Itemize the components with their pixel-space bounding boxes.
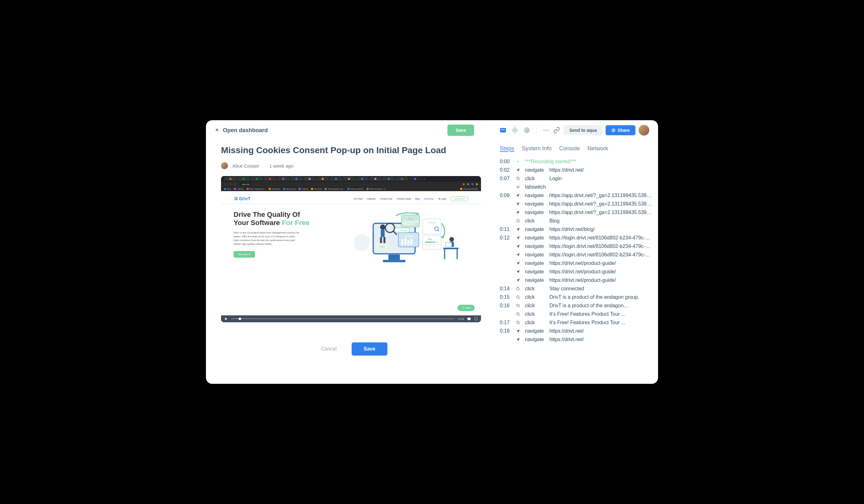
- step-row[interactable]: navigatehttps://login.drivt.net/8106d802…: [500, 252, 652, 258]
- click-icon: [516, 320, 520, 325]
- step-row[interactable]: 0:18navigatehttps://drivt.net/: [500, 328, 652, 334]
- step-action: navigate: [525, 226, 545, 232]
- divider: [536, 126, 537, 134]
- step-action: navigate: [525, 260, 545, 266]
- step-row[interactable]: clickIt's Free! Features Product Tour ..…: [500, 311, 652, 317]
- svg-rect-36: [425, 245, 436, 246]
- click-icon: [516, 176, 520, 181]
- step-target: https://app.drivt.net/?_ga=2.131199435.5…: [549, 201, 652, 207]
- svg-rect-20: [403, 223, 414, 225]
- step-action: tabswitch: [525, 184, 546, 190]
- step-action: click: [525, 311, 545, 317]
- nav-icon: [516, 244, 520, 249]
- step-target: https://login.drivt.net/8106d802-b234-47…: [549, 244, 652, 249]
- step-row[interactable]: 0:02navigatehttps://drivt.net/: [500, 167, 652, 173]
- tab-network[interactable]: Network: [587, 145, 608, 152]
- step-row[interactable]: navigatehttps://drivt.net/product-guide/: [500, 260, 652, 266]
- send-to-aqua-button[interactable]: Send to aqua: [564, 125, 602, 135]
- tab-console[interactable]: Console: [559, 145, 580, 152]
- save-top-button[interactable]: Save: [447, 125, 474, 136]
- browser-url: drivt.net: [239, 183, 252, 186]
- step-row[interactable]: 0:17clickIt's Free! Features Product Tou…: [500, 320, 652, 325]
- step-action: navigate: [525, 201, 545, 207]
- step-target: https://app.drivt.net/?_ga=2.131199435.5…: [549, 210, 652, 215]
- step-row[interactable]: navigatehttps://app.drivt.net/?_ga=2.131…: [500, 210, 652, 215]
- step-time: 0:11: [500, 226, 511, 232]
- bookmark-item: My Drive: [311, 188, 322, 190]
- issue-age: 1 week ago: [269, 163, 293, 169]
- open-dashboard-link[interactable]: Open dashboard: [215, 127, 268, 134]
- play-icon[interactable]: [224, 317, 228, 321]
- cancel-button[interactable]: Cancel: [315, 342, 343, 356]
- action-row: Cancel Save: [221, 342, 481, 356]
- step-row[interactable]: clickBlog: [500, 218, 652, 224]
- fullscreen-icon[interactable]: [474, 317, 478, 321]
- issue-meta: Alice Cooper · 1 week ago: [221, 162, 481, 169]
- step-action: click: [525, 320, 545, 325]
- tab-system-info[interactable]: System Info: [522, 145, 552, 152]
- step-time: 0:12: [500, 235, 511, 241]
- left-pane: Missing Cookies Consent Pop-up on Initia…: [206, 140, 493, 384]
- more-icon[interactable]: [542, 126, 550, 134]
- integration-icon-2[interactable]: [511, 126, 519, 134]
- step-target: https://login.drivt.net/8106d802-b234-47…: [549, 252, 652, 258]
- step-target: Stay connected: [549, 286, 584, 292]
- browser-tabs: +: [221, 176, 481, 182]
- nav-icon: [515, 193, 520, 198]
- step-row[interactable]: 0:11navigatehttps://drivt.net/blog/: [500, 226, 652, 232]
- integration-icon-3[interactable]: [523, 126, 531, 134]
- svg-rect-14: [383, 237, 385, 244]
- step-target: It's Free! Features Product Tour ...: [549, 320, 625, 325]
- step-target: DrivT is a product of the andagon...: [549, 303, 628, 308]
- step-row[interactable]: 0:07clickLogin: [500, 176, 652, 181]
- svg-point-52: [518, 161, 518, 162]
- bookmark-item: aqua board: [283, 188, 296, 190]
- step-target: https://drivt.net/product-guide/: [549, 269, 616, 274]
- svg-text:✓ Passed: ✓ Passed: [398, 230, 406, 231]
- svg-point-55: [516, 287, 519, 290]
- step-row[interactable]: tabswitch: [500, 184, 652, 190]
- step-row[interactable]: navigatehttps://drivt.net/product-guide/: [500, 269, 652, 274]
- step-time: 0:14: [500, 286, 511, 292]
- step-row[interactable]: 0:00***Recording started***: [500, 159, 652, 164]
- click-icon: [516, 303, 520, 308]
- save-button[interactable]: Save: [352, 342, 387, 356]
- step-row[interactable]: 0:09navigatehttps://app.drivt.net/?_ga=2…: [500, 193, 652, 198]
- nav-icon: [516, 227, 520, 232]
- open-dashboard-label: Open dashboard: [223, 127, 268, 134]
- hero-cta: Get started: [233, 251, 255, 258]
- progress-bar[interactable]: [231, 318, 454, 319]
- step-row[interactable]: 0:15clickDrivT is a product of the andag…: [500, 294, 652, 300]
- svg-text:76%: 76%: [427, 238, 432, 241]
- svg-text:Plan: Plan: [379, 245, 385, 248]
- step-row[interactable]: navigatehttps://login.drivt.net/8106d802…: [500, 244, 652, 249]
- step-row[interactable]: 0:16clickDrivT is a product of the andag…: [500, 303, 652, 308]
- step-target: Blog: [549, 218, 560, 224]
- step-action: navigate: [525, 244, 545, 249]
- user-avatar[interactable]: [639, 125, 649, 136]
- recording-player[interactable]: + drivt.net DrivtCaptureMail - Kateryna …: [221, 176, 481, 322]
- step-action: navigate: [525, 252, 545, 258]
- step-row[interactable]: 0:14clickStay connected: [500, 286, 652, 292]
- integration-icon-1[interactable]: [499, 126, 507, 134]
- step-time: 0:16: [500, 303, 511, 308]
- bookmark-item: Other Bookmarks: [460, 188, 478, 190]
- step-row[interactable]: navigatehttps://drivt.net/: [500, 337, 652, 342]
- step-row[interactable]: navigatehttps://drivt.net/product-guide/: [500, 278, 652, 283]
- step-row[interactable]: 0:12navigatehttps://login.drivt.net/8106…: [500, 235, 652, 241]
- player-controls[interactable]: -0:19: [221, 316, 481, 322]
- step-target: https://drivt.net/product-guide/: [549, 278, 616, 283]
- globe-icon: [611, 128, 616, 133]
- svg-point-46: [449, 237, 454, 242]
- step-row[interactable]: navigatehttps://app.drivt.net/?_ga=2.131…: [500, 201, 652, 207]
- link-icon[interactable]: [553, 126, 561, 134]
- tab-steps[interactable]: Steps: [500, 145, 514, 152]
- step-target: https://app.drivt.net/?_ga=2.131199435.5…: [549, 193, 652, 198]
- pip-icon[interactable]: [467, 317, 471, 321]
- step-action: click: [525, 294, 545, 300]
- share-button[interactable]: Share: [605, 125, 635, 135]
- bookmark-item: SAFe Glossary - S...: [367, 188, 387, 190]
- svg-text:Run: Run: [408, 217, 413, 220]
- svg-text:Track: Track: [428, 221, 436, 224]
- bookmark-item: Amplitude: [269, 188, 280, 190]
